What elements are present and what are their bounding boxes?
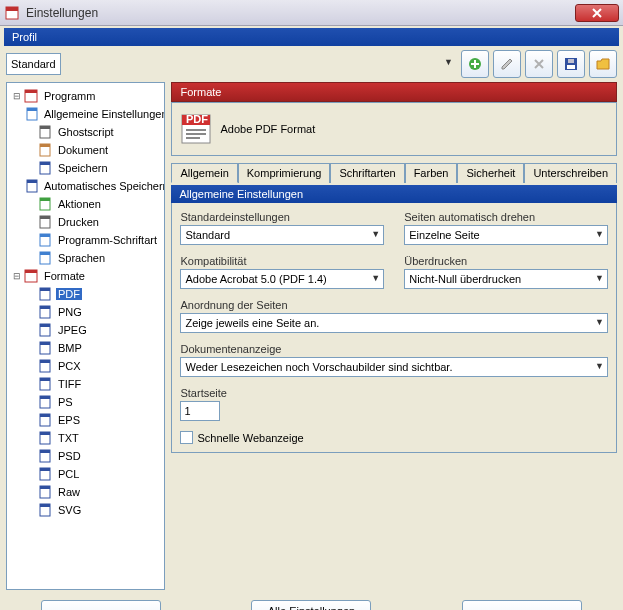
tree-item-png[interactable]: PNG [23, 303, 162, 321]
file-icon [37, 160, 53, 176]
save-button[interactable]: Speichern [462, 600, 582, 610]
tree-item-pdf[interactable]: PDF [23, 285, 162, 303]
tree-item-txt[interactable]: TXT [23, 429, 162, 447]
profile-add-button[interactable] [461, 50, 489, 78]
pencil-icon [499, 56, 515, 72]
file-icon [37, 448, 53, 464]
svg-rect-31 [40, 306, 50, 309]
file-icon [37, 394, 53, 410]
svg-rect-11 [40, 126, 50, 129]
startpage-input[interactable] [180, 401, 220, 421]
tab-sicherheit[interactable]: Sicherheit [457, 163, 524, 183]
compat-select[interactable]: Adobe Acrobat 5.0 (PDF 1.4) [180, 269, 384, 289]
file-icon [37, 376, 53, 392]
file-icon [37, 232, 53, 248]
docview-label: Dokumentenanzeige [180, 343, 608, 355]
file-icon [25, 106, 39, 122]
svg-rect-33 [40, 324, 50, 327]
profile-save-button[interactable] [557, 50, 585, 78]
collapse-icon[interactable]: ⊟ [11, 271, 23, 281]
tree-item-ps[interactable]: PS [23, 393, 162, 411]
tree-item-raw[interactable]: Raw [23, 483, 162, 501]
file-icon [37, 286, 53, 302]
tree-item-jpeg[interactable]: JPEG [23, 321, 162, 339]
close-icon [592, 8, 602, 18]
main-area: ⊟ Programm Allgemeine EinstellungenGhost… [0, 82, 623, 590]
svg-rect-19 [40, 198, 50, 201]
svg-rect-25 [40, 252, 50, 255]
overprint-select[interactable]: Nicht-Null überdrucken [404, 269, 608, 289]
tree-item-bmp[interactable]: BMP [23, 339, 162, 357]
svg-rect-58 [186, 133, 206, 135]
svg-rect-53 [40, 504, 50, 507]
delete-icon [531, 56, 547, 72]
tree-item-ghostscript[interactable]: Ghostscript [23, 123, 162, 141]
svg-rect-27 [25, 270, 37, 273]
pdf-icon: PDF [180, 113, 212, 145]
profile-select[interactable]: Standard [6, 53, 61, 75]
svg-rect-1 [6, 7, 18, 11]
collapse-icon[interactable]: ⊟ [11, 91, 23, 101]
svg-text:PDF: PDF [186, 113, 208, 125]
tab-schriftarten[interactable]: Schriftarten [330, 163, 404, 183]
svg-rect-4 [567, 65, 575, 69]
tab-komprimierung[interactable]: Komprimierung [238, 163, 331, 183]
titlebar: Einstellungen [0, 0, 623, 26]
app-icon [4, 5, 20, 21]
tree-item-speichern[interactable]: Speichern [23, 159, 162, 177]
plus-icon [467, 56, 483, 72]
default-select[interactable]: Standard [180, 225, 384, 245]
form-area: Standardeinstellungen Standard Seiten au… [171, 203, 617, 453]
tabs: AllgemeinKomprimierungSchriftartenFarben… [171, 162, 617, 183]
svg-rect-17 [27, 180, 37, 183]
svg-rect-37 [40, 360, 50, 363]
file-icon [37, 358, 53, 374]
tree-item-aktionen[interactable]: Aktionen [23, 195, 162, 213]
profile-folder-button[interactable] [589, 50, 617, 78]
tree-item-dokument[interactable]: Dokument [23, 141, 162, 159]
tree-item-automatisches-speichern[interactable]: Automatisches Speichern [23, 177, 162, 195]
file-icon [37, 430, 53, 446]
tab-farben[interactable]: Farben [405, 163, 458, 183]
tree-item-drucken[interactable]: Drucken [23, 213, 162, 231]
format-box: PDF Adobe PDF Format [171, 102, 617, 156]
section-header: Allgemeine Einstellungen [171, 185, 617, 203]
tree-item-pcl[interactable]: PCL [23, 465, 162, 483]
formate-icon [23, 268, 39, 284]
svg-rect-45 [40, 432, 50, 435]
svg-rect-29 [40, 288, 50, 291]
profile-delete-button[interactable] [525, 50, 553, 78]
docview-select[interactable]: Weder Lesezeichen noch Vorschaubilder si… [180, 357, 608, 377]
tree-item-tiff[interactable]: TIFF [23, 375, 162, 393]
order-label: Anordnung der Seiten [180, 299, 608, 311]
file-icon [37, 412, 53, 428]
format-header: Formate [171, 82, 617, 102]
tree-item-sprachen[interactable]: Sprachen [23, 249, 162, 267]
tree-item-pcx[interactable]: PCX [23, 357, 162, 375]
file-icon [37, 214, 53, 230]
tree-item-allgemeine-einstellungen[interactable]: Allgemeine Einstellungen [23, 105, 162, 123]
tree: ⊟ Programm Allgemeine EinstellungenGhost… [6, 82, 165, 590]
tab-allgemein[interactable]: Allgemein [171, 163, 237, 183]
startpage-label: Startseite [180, 387, 226, 399]
tab-unterschreiben[interactable]: Unterschreiben [524, 163, 617, 183]
tree-item-psd[interactable]: PSD [23, 447, 162, 465]
file-icon [37, 502, 53, 518]
close-button[interactable] [575, 4, 619, 22]
tree-root-programm[interactable]: ⊟ Programm [9, 87, 162, 105]
rotate-select[interactable]: Einzelne Seite [404, 225, 608, 245]
tree-root-formate[interactable]: ⊟ Formate [9, 267, 162, 285]
tree-item-eps[interactable]: EPS [23, 411, 162, 429]
content-area: Formate PDF Adobe PDF Format AllgemeinKo… [171, 82, 617, 590]
order-select[interactable]: Zeige jeweils eine Seite an. [180, 313, 608, 333]
reset-button[interactable]: Alle Einstellungen zurücksetzen [251, 600, 371, 610]
tab-panel: AllgemeinKomprimierungSchriftartenFarben… [171, 162, 617, 453]
tree-item-programm-schriftart[interactable]: Programm-Schriftart [23, 231, 162, 249]
file-icon [37, 484, 53, 500]
tree-item-svg[interactable]: SVG [23, 501, 162, 519]
cancel-button[interactable]: Abbrechen [41, 600, 161, 610]
svg-rect-7 [25, 90, 37, 93]
fastweb-checkbox[interactable] [180, 431, 193, 444]
profile-edit-button[interactable] [493, 50, 521, 78]
programm-icon [23, 88, 39, 104]
